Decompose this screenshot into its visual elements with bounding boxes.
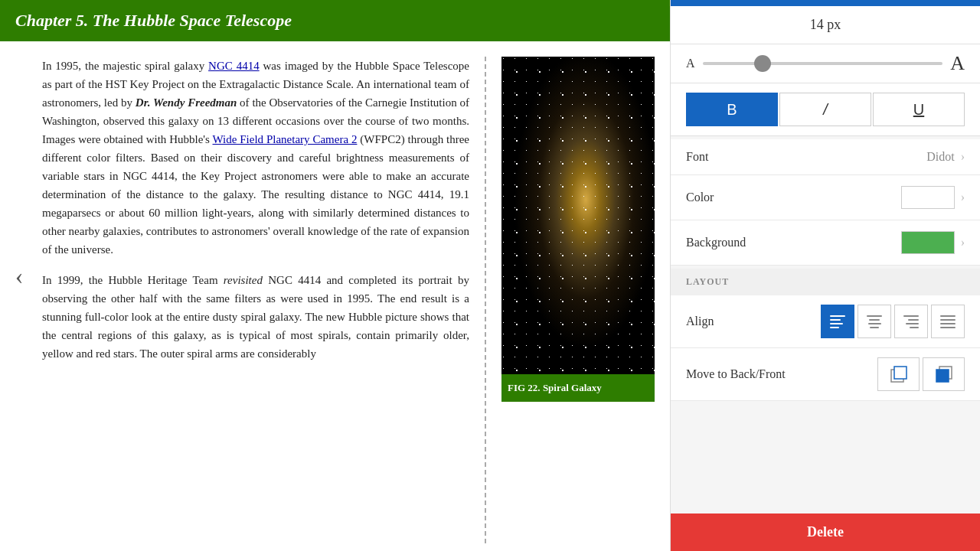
align-justify-icon [940, 315, 956, 328]
author-name: Dr. Wendy Freedman [136, 96, 237, 109]
wfpc2-link[interactable]: Wide Field Planetary Camera 2 [213, 133, 358, 145]
move-front-button[interactable] [923, 357, 965, 391]
fig-caption-text: Spiral Galaxy [541, 382, 602, 393]
layout-section: LAYOUT Align [671, 269, 980, 401]
svg-rect-3 [936, 370, 949, 382]
background-swatch[interactable] [901, 231, 955, 254]
color-swatch[interactable] [901, 186, 955, 209]
font-size-slider-row: A A [671, 44, 980, 83]
align-left-icon [830, 315, 845, 328]
move-buttons [877, 357, 965, 391]
chapter-title: Chapter 5. The Hubble Space Telescope [15, 11, 292, 30]
large-a-label: A [950, 52, 965, 75]
background-row[interactable]: Background › [671, 220, 980, 266]
fig-caption-bold: FIG 22. [508, 382, 541, 393]
move-front-icon [933, 364, 955, 385]
italic-button[interactable]: / [779, 93, 871, 126]
align-center-button[interactable] [858, 305, 891, 338]
background-arrow-icon: › [961, 236, 965, 249]
font-size-thumb[interactable] [754, 55, 771, 72]
color-label: Color [686, 191, 901, 204]
text-column: In 1995, the majestic spiral galaxy NGC … [42, 57, 469, 543]
revisited-text: revisited [224, 274, 263, 286]
align-center-icon [867, 315, 882, 328]
align-justify-button[interactable] [931, 305, 965, 338]
font-size-value: 14 px [810, 17, 841, 33]
align-label: Align [686, 315, 815, 328]
bold-button[interactable]: B [686, 93, 778, 126]
content-area: In 1995, the majestic spiral galaxy NGC … [0, 41, 670, 551]
align-buttons [821, 305, 965, 338]
align-left-button[interactable] [821, 305, 854, 338]
galaxy-stars-visual [501, 57, 655, 374]
galaxy-image [501, 57, 655, 374]
font-label: Font [686, 150, 926, 164]
color-row[interactable]: Color › [671, 175, 980, 220]
fig-caption: FIG 22. Spiral Galaxy [501, 374, 655, 402]
move-back-button[interactable] [877, 357, 920, 391]
delete-button[interactable]: Delete [671, 514, 980, 551]
image-column: FIG 22. Spiral Galaxy [501, 57, 655, 543]
chapter-header: Chapter 5. The Hubble Space Telescope [0, 0, 670, 41]
paragraph-1: In 1995, the majestic spiral galaxy NGC … [42, 57, 469, 259]
font-arrow-icon: › [961, 150, 965, 164]
underline-button[interactable]: U [873, 93, 965, 126]
properties-section: Font Didot › Color › Background › [671, 139, 980, 266]
color-arrow-icon: › [961, 191, 965, 204]
biu-row: B / U [671, 83, 980, 136]
move-label: Move to Back/Front [686, 367, 871, 381]
layout-section-header: LAYOUT [671, 269, 980, 295]
small-a-label: A [686, 57, 695, 70]
right-panel: 14 px A A B / U Font Didot › Color › Bac… [670, 0, 980, 551]
background-label: Background [686, 236, 901, 249]
align-right-icon [903, 315, 919, 328]
font-size-row: 14 px [671, 6, 980, 44]
font-value: Didot [926, 150, 954, 164]
paragraph-2: In 1999, the Hubble Heritage Team revisi… [42, 271, 469, 363]
move-row: Move to Back/Front [671, 348, 980, 401]
ngc-link[interactable]: NGC 4414 [208, 60, 260, 72]
page-area: Chapter 5. The Hubble Space Telescope ‹ … [0, 0, 670, 551]
align-row: Align [671, 295, 980, 348]
top-bar [671, 0, 980, 6]
prev-page-button[interactable]: ‹ [0, 253, 38, 298]
column-divider [485, 57, 486, 543]
font-row[interactable]: Font Didot › [671, 139, 980, 175]
font-size-slider[interactable] [703, 62, 943, 65]
move-back-icon [888, 364, 910, 385]
svg-rect-1 [894, 367, 906, 379]
align-right-button[interactable] [894, 305, 928, 338]
